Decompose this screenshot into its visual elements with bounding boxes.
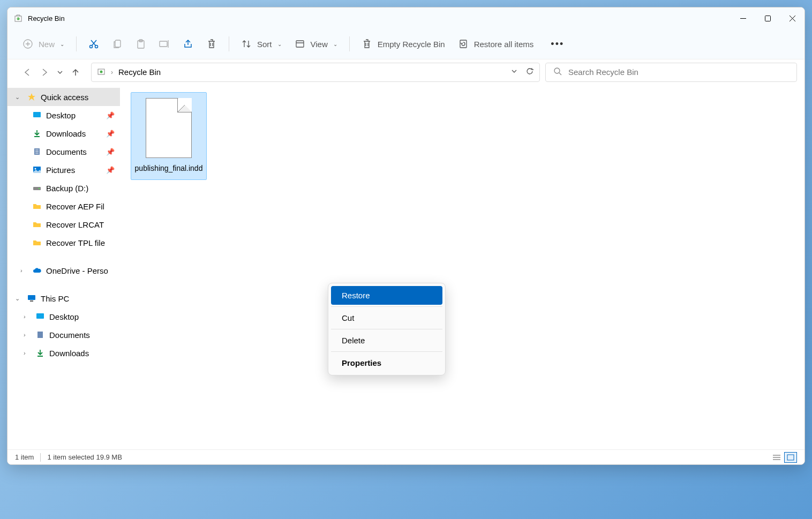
sidebar-downloads[interactable]: Downloads 📌 — [7, 124, 120, 142]
status-selected: 1 item selected 19.9 MB — [47, 453, 122, 461]
nav-arrows — [15, 67, 86, 77]
document-icon — [32, 147, 42, 156]
share-icon — [183, 39, 193, 49]
svg-rect-35 — [30, 300, 33, 302]
pin-icon: 📌 — [106, 130, 115, 138]
sort-label: Sort — [257, 40, 272, 49]
back-button[interactable] — [22, 67, 32, 77]
sidebar-this-pc[interactable]: ⌄ This PC — [7, 289, 120, 307]
svg-point-10 — [95, 46, 98, 48]
details-view-button[interactable] — [770, 452, 783, 463]
cut-button[interactable] — [83, 34, 104, 54]
sidebar-pictures[interactable]: Pictures 📌 — [7, 161, 120, 179]
window-title: Recycle Bin — [28, 14, 731, 22]
sidebar-item-label: Desktop — [46, 111, 76, 120]
icons-view-button[interactable] — [784, 452, 797, 463]
search-icon — [553, 67, 562, 78]
up-button[interactable] — [71, 67, 80, 77]
svg-point-1 — [17, 18, 20, 20]
separator — [76, 36, 77, 51]
pin-icon: 📌 — [106, 148, 115, 156]
desktop-icon — [32, 110, 42, 120]
ellipsis-icon: ••• — [551, 39, 564, 50]
sidebar-pc-desktop[interactable]: › Desktop — [7, 307, 120, 326]
sidebar-item-label: OneDrive - Perso — [46, 266, 108, 275]
chevron-down-icon: ⌄ — [277, 41, 282, 47]
sidebar[interactable]: ⌄ Quick access Desktop 📌 Downloads 📌 Doc… — [7, 85, 120, 449]
chevron-right-icon: › — [24, 332, 31, 338]
chevron-down-icon[interactable] — [510, 67, 518, 77]
clipboard-icon — [136, 39, 146, 49]
context-restore[interactable]: Restore — [331, 286, 442, 305]
sidebar-recover-aep[interactable]: Recover AEP Fil — [7, 197, 120, 215]
svg-rect-20 — [460, 40, 467, 48]
svg-rect-36 — [36, 313, 44, 319]
sidebar-backup[interactable]: Backup (D:) — [7, 179, 120, 197]
file-item[interactable]: publishing_final.indd — [131, 92, 207, 180]
forward-button[interactable] — [40, 67, 49, 77]
view-label: View — [311, 40, 328, 49]
statusbar: 1 item 1 item selected 19.9 MB — [7, 449, 805, 464]
recycle-bin-icon — [14, 14, 22, 22]
separator — [349, 36, 350, 51]
svg-rect-37 — [37, 332, 43, 338]
share-button[interactable] — [177, 34, 199, 54]
svg-rect-41 — [787, 455, 794, 460]
sidebar-recover-tpl[interactable]: Recover TPL file — [7, 234, 120, 252]
refresh-button[interactable] — [525, 67, 534, 78]
sidebar-pc-documents[interactable]: › Documents — [7, 326, 120, 344]
titlebar[interactable]: Recycle Bin — [7, 7, 805, 29]
context-delete[interactable]: Delete — [331, 331, 442, 350]
sidebar-item-label: Downloads — [46, 129, 86, 138]
breadcrumb[interactable]: › Recycle Bin — [91, 63, 540, 82]
file-icon — [146, 98, 192, 158]
sidebar-item-label: Recover TPL file — [46, 238, 105, 247]
search-box[interactable] — [545, 63, 797, 82]
close-button[interactable] — [780, 7, 805, 29]
rename-button[interactable] — [154, 34, 175, 54]
svg-rect-16 — [160, 41, 167, 47]
sidebar-item-label: Recover AEP Fil — [46, 202, 104, 211]
view-button[interactable]: View ⌄ — [289, 34, 343, 54]
sidebar-quick-access[interactable]: ⌄ Quick access — [7, 88, 120, 106]
pin-icon: 📌 — [106, 111, 115, 119]
separator — [331, 306, 442, 307]
sidebar-documents[interactable]: Documents 📌 — [7, 142, 120, 161]
search-input[interactable] — [568, 67, 789, 77]
sidebar-onedrive[interactable]: › OneDrive - Perso — [7, 261, 120, 280]
sort-button[interactable]: Sort ⌄ — [236, 34, 287, 54]
recent-button[interactable] — [57, 69, 63, 76]
scissors-icon — [88, 39, 99, 49]
sidebar-desktop[interactable]: Desktop 📌 — [7, 106, 120, 124]
empty-recycle-bin-button[interactable]: Empty Recycle Bin — [356, 34, 450, 54]
svg-point-22 — [100, 70, 103, 73]
file-list[interactable]: publishing_final.indd Restore Cut Delete… — [120, 85, 805, 449]
download-icon — [32, 129, 42, 138]
sidebar-item-label: Desktop — [49, 312, 79, 321]
restore-all-button[interactable]: Restore all items — [453, 34, 539, 54]
sort-icon — [241, 39, 252, 49]
context-properties[interactable]: Properties — [331, 353, 442, 372]
copy-button[interactable] — [107, 34, 128, 54]
folder-icon — [32, 201, 42, 211]
svg-rect-3 — [765, 16, 770, 21]
paste-button[interactable] — [130, 34, 152, 54]
minimize-button[interactable] — [731, 7, 755, 29]
new-button[interactable]: New ⌄ — [17, 34, 70, 54]
folder-icon — [32, 238, 42, 247]
breadcrumb-location[interactable]: Recycle Bin — [118, 67, 161, 77]
download-icon — [35, 348, 45, 358]
chevron-down-icon: ⌄ — [60, 41, 64, 47]
separator — [331, 351, 442, 352]
sidebar-pc-downloads[interactable]: › Downloads — [7, 344, 120, 362]
sidebar-item-label: Quick access — [41, 93, 88, 102]
maximize-button[interactable] — [755, 7, 780, 29]
context-cut[interactable]: Cut — [331, 309, 442, 327]
delete-button[interactable] — [201, 34, 222, 54]
svg-line-12 — [91, 40, 96, 46]
trash-icon — [206, 39, 217, 49]
separator — [229, 36, 229, 51]
sidebar-item-label: This PC — [41, 294, 69, 303]
more-button[interactable]: ••• — [545, 34, 569, 54]
sidebar-recover-lrcat[interactable]: Recover LRCAT — [7, 215, 120, 234]
